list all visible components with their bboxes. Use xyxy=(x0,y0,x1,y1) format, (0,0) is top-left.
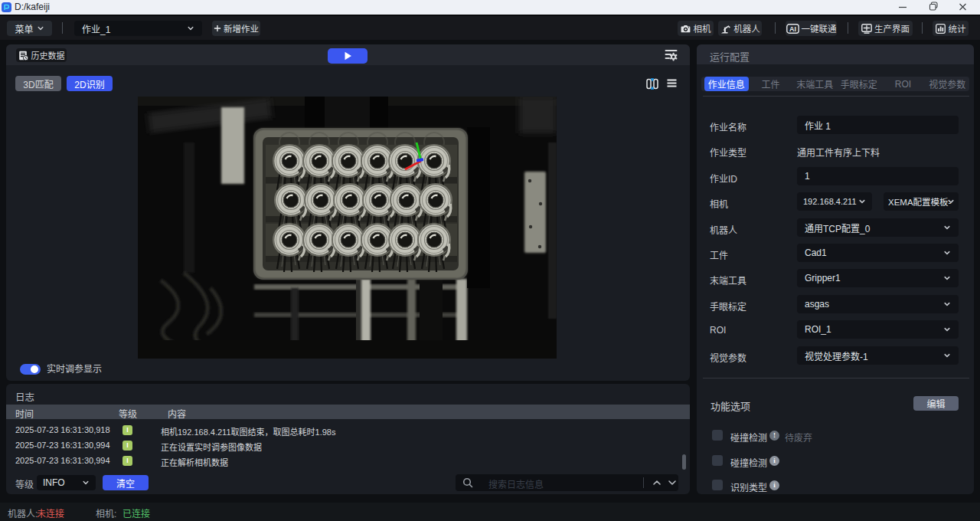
svg-text:AI: AI xyxy=(789,25,796,32)
